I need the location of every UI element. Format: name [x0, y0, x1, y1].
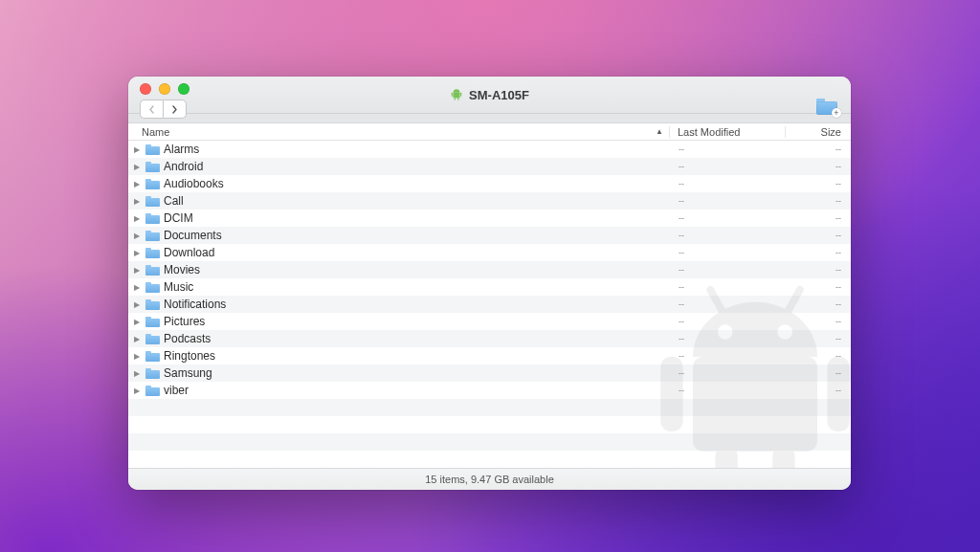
svg-rect-1: [452, 93, 453, 97]
svg-rect-2: [460, 93, 461, 97]
folder-row[interactable]: ▶Call----: [128, 192, 851, 210]
minimize-button[interactable]: [159, 83, 170, 95]
folder-name: Notifications: [164, 298, 226, 311]
folder-name: Call: [164, 194, 184, 208]
close-button[interactable]: [140, 83, 151, 95]
folder-name: Alarms: [164, 143, 199, 156]
back-button[interactable]: [140, 99, 163, 119]
modified-cell: --: [671, 299, 786, 309]
column-headers: Name ▲ Last Modified Size: [128, 123, 851, 141]
disclosure-icon[interactable]: ▶: [134, 300, 142, 309]
size-cell: --: [786, 351, 851, 361]
folder-name: Ringtones: [164, 349, 215, 363]
toolbar-divider: [128, 114, 851, 123]
folder-row[interactable]: ▶viber----: [128, 382, 851, 399]
disclosure-icon[interactable]: ▶: [134, 335, 142, 343]
column-header-name[interactable]: Name ▲: [128, 126, 669, 138]
disclosure-icon[interactable]: ▶: [134, 145, 142, 154]
new-folder-button[interactable]: +: [816, 99, 837, 115]
toolbar-right: +: [816, 99, 837, 115]
folder-icon: [145, 179, 160, 189]
column-header-size[interactable]: Size: [785, 126, 851, 138]
folder-icon: [145, 386, 160, 396]
folder-row[interactable]: ▶Ringtones----: [128, 347, 851, 364]
folder-row[interactable]: ▶Alarms----: [128, 141, 851, 158]
size-cell: --: [786, 299, 851, 309]
modified-cell: --: [671, 368, 786, 378]
folder-row[interactable]: ▶Podcasts----: [128, 330, 851, 347]
empty-row: [128, 451, 851, 468]
folder-icon: [145, 351, 160, 362]
svg-rect-3: [455, 99, 456, 100]
file-transfer-window: SM-A105F + Name ▲: [128, 77, 851, 490]
modified-cell: --: [671, 162, 786, 171]
size-cell: --: [786, 179, 851, 188]
folder-name: Pictures: [164, 315, 205, 328]
empty-row: [128, 416, 851, 433]
disclosure-icon[interactable]: ▶: [134, 283, 142, 292]
disclosure-icon[interactable]: ▶: [134, 197, 142, 206]
modified-cell: --: [671, 351, 786, 361]
file-list[interactable]: ▶Alarms----▶Android----▶Audiobooks----▶C…: [128, 141, 851, 468]
folder-name: Samsung: [164, 366, 212, 380]
window-title-text: SM-A105F: [469, 88, 529, 102]
folder-row[interactable]: ▶Pictures----: [128, 313, 851, 330]
folder-row[interactable]: ▶Download----: [128, 244, 851, 261]
disclosure-icon[interactable]: ▶: [134, 232, 142, 240]
size-cell: --: [786, 144, 851, 154]
disclosure-icon[interactable]: ▶: [134, 386, 142, 395]
size-cell: --: [786, 231, 851, 240]
size-cell: --: [786, 248, 851, 257]
disclosure-icon[interactable]: ▶: [134, 214, 142, 223]
disclosure-icon[interactable]: ▶: [134, 352, 142, 361]
folder-row[interactable]: ▶Audiobooks----: [128, 175, 851, 192]
nav-back-forward: [140, 99, 187, 119]
column-header-modified[interactable]: Last Modified: [669, 126, 785, 138]
modified-cell: --: [671, 282, 786, 292]
folder-row[interactable]: ▶Documents----: [128, 227, 851, 244]
modified-cell: --: [671, 213, 786, 223]
folder-icon: [145, 334, 160, 344]
column-header-modified-label: Last Modified: [678, 126, 740, 138]
titlebar[interactable]: SM-A105F +: [128, 77, 851, 114]
modified-cell: --: [671, 334, 786, 343]
window-controls: [140, 83, 189, 95]
android-icon: [450, 88, 463, 101]
size-cell: --: [786, 368, 851, 378]
desktop-background: SM-A105F + Name ▲: [0, 0, 980, 552]
disclosure-icon[interactable]: ▶: [134, 163, 142, 171]
folder-name: Music: [164, 280, 193, 294]
forward-button[interactable]: [163, 99, 187, 119]
folder-row[interactable]: ▶DCIM----: [128, 210, 851, 227]
empty-row: [128, 433, 851, 451]
folder-icon: [145, 317, 160, 327]
size-cell: --: [786, 317, 851, 326]
folder-icon: [145, 213, 160, 224]
folder-row[interactable]: ▶Android----: [128, 158, 851, 175]
disclosure-icon[interactable]: ▶: [134, 369, 142, 378]
disclosure-icon[interactable]: ▶: [134, 249, 142, 257]
folder-name: Download: [164, 246, 214, 259]
svg-rect-4: [457, 99, 458, 100]
folder-row[interactable]: ▶Music----: [128, 278, 851, 296]
folder-name: viber: [164, 384, 189, 397]
modified-cell: --: [671, 179, 786, 188]
size-cell: --: [786, 213, 851, 223]
folder-name: Android: [164, 160, 203, 173]
size-cell: --: [786, 334, 851, 343]
folder-icon: [145, 248, 160, 258]
size-cell: --: [786, 196, 851, 206]
folder-row[interactable]: ▶Notifications----: [128, 296, 851, 313]
zoom-button[interactable]: [178, 83, 189, 95]
folder-icon: [145, 265, 160, 276]
svg-rect-0: [454, 93, 460, 99]
disclosure-icon[interactable]: ▶: [134, 318, 142, 326]
window-title: SM-A105F: [450, 88, 529, 102]
folder-icon: [145, 368, 160, 379]
disclosure-icon[interactable]: ▶: [134, 266, 142, 275]
size-cell: --: [786, 265, 851, 275]
folder-row[interactable]: ▶Movies----: [128, 261, 851, 278]
folder-row[interactable]: ▶Samsung----: [128, 364, 851, 382]
folder-name: DCIM: [164, 211, 193, 225]
disclosure-icon[interactable]: ▶: [134, 180, 142, 188]
